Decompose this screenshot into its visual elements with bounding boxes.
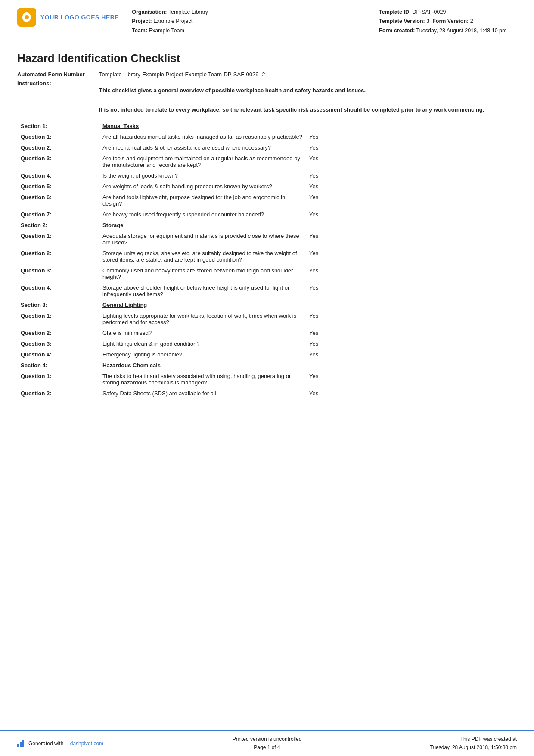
section-1-title: Manual Tasks <box>99 121 306 131</box>
logo-area: YOUR LOGO GOES HERE <box>17 8 119 27</box>
page-footer: Generated with dashpivot.com Printed ver… <box>0 730 534 756</box>
s1-q4-text: Is the weight of goods known? <box>99 170 306 181</box>
s2-q4-row: Question 4: Storage above shoulder heigh… <box>17 282 517 300</box>
footer-right: This PDF was created at Tuesday, 28 Augu… <box>350 735 517 752</box>
s3-q1-text: Lighting levels appropriate for work tas… <box>99 310 306 328</box>
form-version-label: Form Version: <box>432 18 469 24</box>
s1-q5-text: Are weights of loads & safe handling pro… <box>99 181 306 192</box>
section-2-title: Storage <box>99 220 306 231</box>
s3-q4-row: Question 4: Emergency lighting is operab… <box>17 349 517 360</box>
s1-q7-label: Question 7: <box>17 209 99 220</box>
s2-q2-label: Question 2: <box>17 248 99 265</box>
s3-q3-answer: Yes <box>306 338 340 349</box>
form-number-row: Automated Form Number Template Library-E… <box>17 71 517 78</box>
s2-q3-answer: Yes <box>306 265 340 282</box>
s2-q4-label: Question 4: <box>17 282 99 300</box>
org-label: Organisation: <box>132 9 167 15</box>
s2-q3-row: Question 3: Commonly used and heavy item… <box>17 265 517 282</box>
s1-q3-text: Are tools and equipment are maintained o… <box>99 153 306 170</box>
s4-q2-answer: Yes <box>306 388 340 399</box>
s1-q3-row: Question 3: Are tools and equipment are … <box>17 153 517 170</box>
project-label: Project: <box>132 18 152 24</box>
s1-q2-label: Question 2: <box>17 142 99 153</box>
s1-q1-label: Question 1: <box>17 131 99 142</box>
s1-q4-row: Question 4: Is the weight of goods known… <box>17 170 517 181</box>
s1-q2-row: Question 2: Are mechanical aids & other … <box>17 142 517 153</box>
s3-q4-answer: Yes <box>306 349 340 360</box>
footer-center: Printed version is uncontrolled Page 1 o… <box>184 735 351 752</box>
footer-link[interactable]: dashpivot.com <box>70 740 103 747</box>
s4-q2-row: Question 2: Safety Data Sheets (SDS) are… <box>17 388 517 399</box>
form-version-value: 2 <box>470 18 473 24</box>
s3-q3-label: Question 3: <box>17 338 99 349</box>
team-value: Example Team <box>149 28 184 34</box>
instructions-row: Instructions: This checklist gives a gen… <box>17 80 517 99</box>
footer-uncontrolled-text: Printed version is uncontrolled <box>184 735 351 744</box>
page-title: Hazard Identification Checklist <box>17 52 517 65</box>
org-value: Template Library <box>168 9 208 15</box>
s1-q1-text: Are all hazardous manual tasks risks man… <box>99 131 306 142</box>
s2-q1-label: Question 1: <box>17 231 99 248</box>
template-version-label: Template Version: <box>379 18 425 24</box>
section-1-header: Section 1: Manual Tasks <box>17 121 517 131</box>
template-version-value: 3 <box>426 18 429 24</box>
template-id-label: Template ID: <box>379 9 411 15</box>
s2-q4-text: Storage above shoulder height or below k… <box>99 282 306 300</box>
s4-q1-label: Question 1: <box>17 371 99 388</box>
section-2-header: Section 2: Storage <box>17 220 517 231</box>
s4-q1-row: Question 1: The risks to health and safe… <box>17 371 517 388</box>
s3-q4-text: Emergency lighting is operable? <box>99 349 306 360</box>
s3-q1-row: Question 1: Lighting levels appropriate … <box>17 310 517 328</box>
s4-q2-label: Question 2: <box>17 388 99 399</box>
footer-page-number: Page 1 of 4 <box>184 744 351 752</box>
s1-q5-answer: Yes <box>306 181 340 192</box>
s2-q2-text: Storage units eg racks, shelves etc. are… <box>99 248 306 265</box>
s4-q1-answer: Yes <box>306 371 340 388</box>
section-2-label: Section 2: <box>17 220 99 231</box>
checklist-table: Section 1: Manual Tasks Question 1: Are … <box>17 121 517 399</box>
s1-q2-text: Are mechanical aids & other assistance a… <box>99 142 306 153</box>
main-content: Hazard Identification Checklist Automate… <box>0 41 534 433</box>
s2-q3-text: Commonly used and heavy items are stored… <box>99 265 306 282</box>
form-created-label: Form created: <box>379 28 415 34</box>
s4-q1-text: The risks to health and safety associate… <box>99 371 306 388</box>
project-value: Example Project <box>153 18 192 24</box>
s1-q5-label: Question 5: <box>17 181 99 192</box>
s1-q2-answer: Yes <box>306 142 340 153</box>
template-id-value: DP-SAF-0029 <box>413 9 446 15</box>
s1-q7-answer: Yes <box>306 209 340 220</box>
section-3-title: General Lighting <box>99 300 306 310</box>
section-3-label: Section 3: <box>17 300 99 310</box>
s3-q2-text: Glare is minimised? <box>99 328 306 338</box>
footer-generated-text: Generated with <box>28 740 63 747</box>
s1-q7-text: Are heavy tools used frequently suspende… <box>99 209 306 220</box>
s1-q6-text: Are hand tools lightweight, purpose desi… <box>99 192 306 209</box>
team-label: Team: <box>132 28 147 34</box>
s3-q3-row: Question 3: Light fittings clean & in go… <box>17 338 517 349</box>
s2-q3-label: Question 3: <box>17 265 99 282</box>
s3-q2-label: Question 2: <box>17 328 99 338</box>
s1-q4-label: Question 4: <box>17 170 99 181</box>
s1-q3-label: Question 3: <box>17 153 99 170</box>
s4-q2-text: Safety Data Sheets (SDS) are available f… <box>99 388 306 399</box>
dashpivot-logo-icon <box>17 740 24 747</box>
form-number-value: Template Library-Example Project-Example… <box>99 71 517 78</box>
s3-q3-text: Light fittings clean & in good condition… <box>99 338 306 349</box>
s1-q4-answer: Yes <box>306 170 340 181</box>
instructions-para2: It is not intended to relate to every wo… <box>99 106 517 113</box>
section-1-label: Section 1: <box>17 121 99 131</box>
s1-q7-row: Question 7: Are heavy tools used frequen… <box>17 209 517 220</box>
footer-pdf-label: This PDF was created at <box>350 735 517 744</box>
s2-q1-answer: Yes <box>306 231 340 248</box>
form-number-label: Automated Form Number <box>17 71 99 78</box>
s1-q6-answer: Yes <box>306 192 340 209</box>
s2-q4-answer: Yes <box>306 282 340 300</box>
s3-q2-row: Question 2: Glare is minimised? Yes <box>17 328 517 338</box>
s2-q1-row: Question 1: Adequate storage for equipme… <box>17 231 517 248</box>
header-meta-right: Template ID: DP-SAF-0029 Template Versio… <box>379 8 517 35</box>
s3-q2-answer: Yes <box>306 328 340 338</box>
section-4-label: Section 4: <box>17 360 99 371</box>
s2-q2-row: Question 2: Storage units eg racks, shel… <box>17 248 517 265</box>
s1-q6-row: Question 6: Are hand tools lightweight, … <box>17 192 517 209</box>
s1-q3-answer: Yes <box>306 153 340 170</box>
